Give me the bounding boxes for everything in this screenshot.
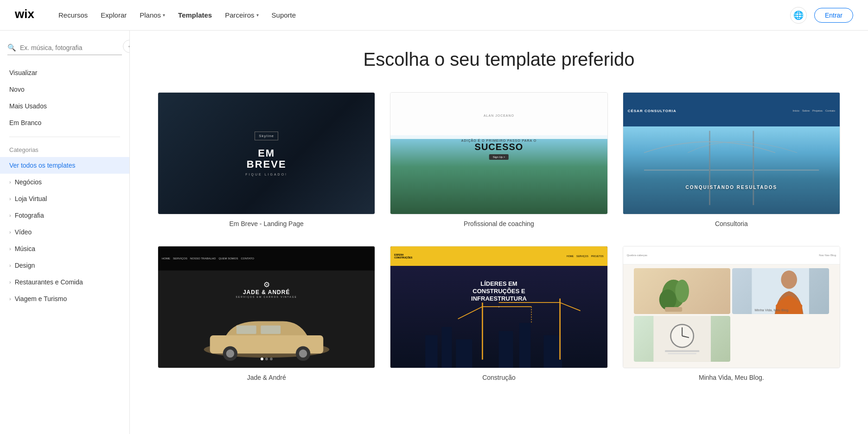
chevron-right-icon: › [9,213,11,218]
sidebar-item-restaurantes[interactable]: › Restaurantes e Comida [0,274,129,290]
nav-planos[interactable]: Planos ▾ [140,11,165,19]
template-name-blog: Minha Vida, Meu Blog. [623,374,840,381]
svg-point-28 [675,280,689,302]
sidebar-item-design[interactable]: › Design [0,257,129,274]
template-thumb-construcao: ESFERACONSTRUÇÕES HOME SERVIÇOS PROJETOS [390,246,607,368]
chevron-right-icon: › [9,196,11,201]
wix-logo[interactable]: wix [15,8,40,23]
chevron-right-icon: › [9,279,11,285]
template-thumb-coaching: ALAN JOCEANO ADIÇÃO É O PRIMEIRO PASSO P… [390,92,607,214]
sidebar-item-musica[interactable]: › Música [0,240,129,257]
sidebar-item-visualizar[interactable]: Visualizar [0,64,129,81]
svg-rect-16 [519,323,531,368]
entrar-button[interactable]: Entrar [814,8,853,23]
templates-grid: Skyline EMBREVE FIQUE LIGADO! Em Breve -… [158,92,840,381]
page-title: Escolha o seu template preferido [158,49,840,70]
nav-suporte[interactable]: Suporte [272,11,296,19]
svg-rect-39 [668,353,696,354]
sidebar-item-todos[interactable]: Ver todos os templates [0,157,129,174]
svg-point-9 [299,350,307,358]
template-thumb-blog: Quebra-cabeças Nav Nav Blog [623,246,840,368]
nav-parceiros[interactable]: Parceiros ▾ [225,11,258,19]
sidebar-item-em-branco[interactable]: Em Branco [0,114,129,131]
nav-links: Recursos Explorar Planos ▾ Templates Par… [58,11,790,19]
template-name-jade-andre: Jade & André [158,374,375,381]
content-area: Escolha o seu template preferido Skyline… [130,31,868,434]
parceiros-chevron-icon: ▾ [256,13,259,18]
chevron-right-icon: › [9,179,11,185]
sidebar-filters: Visualizar Novo Mais Usados Em Branco [0,64,129,131]
svg-point-27 [659,289,677,310]
sidebar-divider [9,137,120,137]
sidebar-item-novo[interactable]: Novo [0,81,129,98]
svg-rect-15 [499,331,513,368]
template-card-construcao[interactable]: ESFERACONSTRUÇÕES HOME SERVIÇOS PROJETOS [390,246,607,381]
svg-rect-13 [442,327,452,368]
chevron-right-icon: › [9,229,11,235]
chevron-right-icon: › [9,246,11,252]
chevron-left-icon: ‹ [128,43,130,50]
svg-rect-38 [665,350,699,352]
main-layout: ‹ 🔍 Visualizar Novo Mais Usados Em Branc… [0,31,868,434]
svg-rect-11 [261,325,281,334]
template-name-coaching: Profissional de coaching [390,220,607,227]
planos-chevron-icon: ▾ [163,13,165,18]
sidebar-search-container: 🔍 [7,44,122,55]
categories-title: Categorias [0,143,129,157]
template-card-blog[interactable]: Quebra-cabeças Nav Nav Blog [623,246,840,381]
nav-explorar[interactable]: Explorar [101,11,127,19]
sidebar-collapse-button[interactable]: ‹ [123,40,130,53]
template-card-consultoria[interactable]: CÉSAR CONSULTORIA Início Sobre Projetos … [623,92,840,227]
svg-rect-12 [426,335,438,368]
nav-templates[interactable]: Templates [178,11,212,19]
svg-rect-29 [665,307,682,312]
template-thumb-em-breve: Skyline EMBREVE FIQUE LIGADO! [158,92,375,214]
svg-text:wix: wix [15,8,34,21]
svg-rect-14 [456,339,472,368]
chevron-right-icon: › [9,263,11,268]
search-icon: 🔍 [7,44,16,52]
sidebar: ‹ 🔍 Visualizar Novo Mais Usados Em Branc… [0,31,130,434]
globe-icon: 🌐 [793,10,804,20]
template-name-construcao: Construção [390,374,607,381]
svg-rect-17 [544,335,562,368]
template-thumb-consultoria: CÉSAR CONSULTORIA Início Sobre Projetos … [623,92,840,214]
svg-text:Minha Vida, Meu Blog.: Minha Vida, Meu Blog. [755,308,789,312]
template-name-consultoria: Consultoria [623,220,840,227]
svg-point-31 [781,270,798,289]
language-button[interactable]: 🌐 [790,7,807,24]
sidebar-item-loja-virtual[interactable]: › Loja Virtual [0,190,129,207]
sidebar-item-fotografia[interactable]: › Fotografia [0,207,129,224]
sidebar-item-video[interactable]: › Vídeo [0,224,129,240]
navbar-right: 🌐 Entrar [790,7,853,24]
template-card-jade-andre[interactable]: HOME SERVIÇOS NOSSO TRABALHO QUEM SOMOS … [158,246,375,381]
template-card-coaching[interactable]: ALAN JOCEANO ADIÇÃO É O PRIMEIRO PASSO P… [390,92,607,227]
template-thumb-jade-andre: HOME SERVIÇOS NOSSO TRABALHO QUEM SOMOS … [158,246,375,368]
svg-point-7 [226,350,234,358]
sidebar-item-negocios[interactable]: › Negócios [0,174,129,190]
nav-recursos[interactable]: Recursos [58,11,88,19]
navbar: wix Recursos Explorar Planos ▾ Templates… [0,0,868,31]
svg-rect-10 [236,325,256,334]
chevron-right-icon: › [9,296,11,302]
template-card-em-breve[interactable]: Skyline EMBREVE FIQUE LIGADO! Em Breve -… [158,92,375,227]
search-input[interactable] [20,44,122,51]
template-name-em-breve: Em Breve - Landing Page [158,220,375,227]
sidebar-item-viagem[interactable]: › Viagem e Turismo [0,290,129,307]
sidebar-categories: Categorias Ver todos os templates › Negó… [0,143,129,307]
sidebar-item-mais-usados[interactable]: Mais Usados [0,98,129,114]
